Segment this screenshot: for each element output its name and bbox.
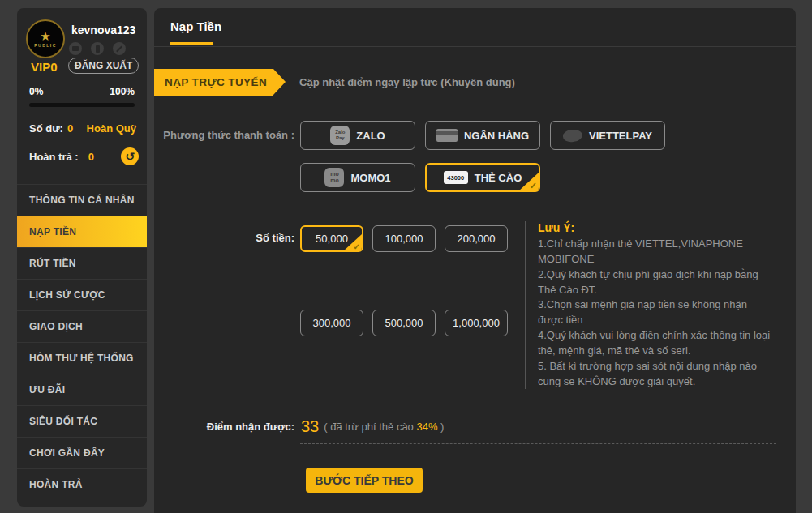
points-value: 33 [301,417,319,436]
sidebar-item-hoan-tra[interactable]: HOÀN TRẢ [17,468,147,500]
id-card-icon[interactable] [69,42,82,55]
payment-method-label: Phương thức thanh toán : [154,121,294,205]
amount-option-200000[interactable]: 200,000 [445,225,508,252]
main-header: Nạp Tiền [154,8,796,47]
vip-progress-labels: 0% 100% [29,86,135,97]
amount-option-300000[interactable]: 300,000 [300,310,363,336]
points-row: Điểm nhận được: 33 ( đã trừ phí thẻ cào … [154,417,444,436]
sidebar-item-nap-tien[interactable]: NẠP TIỀN [17,216,147,247]
points-note: ( đã trừ phí thẻ cào 34% ) [324,421,444,433]
avatar[interactable]: ★ PUBLIC [26,19,65,58]
note-item: 3.Chọn sai mệnh giá nạp tiền sẽ không nh… [538,297,772,328]
logout-button[interactable]: ĐĂNG XUẤT [68,58,139,74]
momo-icon: mo mo [324,168,344,187]
online-deposit-banner[interactable]: NẠP TRỰC TUYẾN [154,69,273,96]
balance-row: Số dư: 0 Hoàn Quỹ [29,122,136,135]
tab-nap-tien[interactable]: Nạp Tiền [170,19,221,33]
edit-icon[interactable] [113,42,126,55]
amount-option-50000[interactable]: 50,000 ✓ [300,225,363,252]
balance-value: 0 [67,122,73,135]
avatar-label: PUBLIC [34,43,57,48]
progress-start-label: 0% [29,86,43,97]
sidebar-item-giao-dich[interactable]: GIAO DỊCH [17,310,147,342]
sidebar-menu: THÔNG TIN CÁ NHÂN NẠP TIỀN RÚT TIỀN LỊCH… [17,184,147,500]
note-item: 1.Chỉ chấp nhận thẻ VIETTEL,VINAPHONE MO… [538,237,772,267]
sidebar-item-rut-tien[interactable]: RÚT TIỀN [17,247,147,279]
sidebar: ★ PUBLIC kevnova123 VIP0 ĐĂNG XUẤT 0% 10… [17,8,147,507]
rebate-row: Hoàn trả : 0 ↺ [29,147,139,165]
payment-methods: Zalo Pay ZALO NGÂN HÀNG VIETTELPAY mo mo… [300,121,681,205]
tab-active-indicator [170,42,213,45]
main-panel: Nạp Tiền NẠP TRỰC TUYẾN Cập nhật điểm ng… [154,8,796,513]
notes-title: Lưu Ý: [538,221,772,234]
rebate-label: Hoàn trả : [29,151,79,163]
bank-card-icon [436,129,458,142]
amount-row: Số tiền: 50,000 ✓ 100,000 200,000 300,00… [154,225,519,394]
sidebar-item-sieu-doi-tac[interactable]: SIÊU ĐỐI TÁC [17,405,147,437]
sidebar-item-uu-dai[interactable]: ƯU ĐÃI [17,374,147,405]
points-fee: 34% [416,421,437,433]
amount-value: 200,000 [458,233,496,245]
deposit-page: ★ PUBLIC kevnova123 VIP0 ĐĂNG XUẤT 0% 10… [0,0,812,513]
amount-option-500000[interactable]: 500,000 [372,310,436,336]
deposit-type-row: NẠP TRỰC TUYẾN Cập nhật điểm ngay lập tứ… [154,69,515,96]
points-note-suffix: ) [438,421,445,433]
amount-option-100000[interactable]: 100,000 [372,225,436,252]
amount-value: 1,000,000 [453,317,500,329]
vip-progress-bar [29,103,135,107]
payment-method-row: Phương thức thanh toán : Zalo Pay ZALO N… [154,121,681,205]
points-note-prefix: ( đã trừ phí thẻ cào [324,421,416,433]
star-icon: ★ [40,31,50,42]
username: kevnova123 [71,24,135,36]
amount-option-1000000[interactable]: 1,000,000 [445,310,508,336]
selected-check-icon: ✓ [530,181,537,191]
note-item: 2.Quý khách tự chịu phí giao dịch khi nạ… [538,267,772,298]
refresh-icon[interactable]: ↺ [121,147,139,165]
payment-method-label: VIETTELPAY [589,130,652,142]
amount-value: 500,000 [385,317,423,329]
note-item: 5. Bất kì trường hợp sai sót nội dung nh… [538,359,772,390]
divider [300,203,776,203]
balance-label: Số dư: [29,122,63,135]
payment-method-label: THẺ CÀO [475,172,522,184]
payment-method-label: MOMO1 [350,172,390,184]
phone-icon[interactable] [91,42,104,55]
payment-method-the-cao[interactable]: 43000 THẺ CÀO ✓ [425,163,540,192]
notes-panel: Lưu Ý: 1.Chỉ chấp nhận thẻ VIETTEL,VINAP… [525,221,772,389]
amount-value: 100,000 [385,233,423,245]
vip-badge: VIP0 [31,60,58,74]
amount-options: 50,000 ✓ 100,000 200,000 300,000 500,000 [300,225,519,394]
payment-method-label: NGÂN HÀNG [464,130,529,142]
refund-fund-link[interactable]: Hoàn Quỹ [87,122,136,135]
points-label: Điểm nhận được: [154,421,294,433]
next-step-button[interactable]: BƯỚC TIẾP THEO [306,468,423,493]
payment-method-label: ZALO [356,130,385,142]
payment-method-zalo[interactable]: Zalo Pay ZALO [300,121,415,150]
profile-icons [69,42,126,55]
payment-method-momo1[interactable]: mo mo MOMO1 [300,163,415,192]
divider [300,443,776,444]
sidebar-item-choi-gan-day[interactable]: CHƠI GẦN ĐÂY [17,437,147,468]
payment-method-ngan-hang[interactable]: NGÂN HÀNG [425,121,540,150]
rebate-value: 0 [88,151,94,163]
payment-method-viettelpay[interactable]: VIETTELPAY [550,121,665,150]
sidebar-item-thong-tin-ca-nhan[interactable]: THÔNG TIN CÁ NHÂN [17,184,147,216]
note-item: 4.Quý khách vui lòng điền chính xác thôn… [538,328,772,359]
sidebar-item-lich-su-cuoc[interactable]: LỊCH SỬ CƯỢC [17,279,147,310]
selected-check-icon: ✓ [354,242,360,251]
sidebar-item-hom-thu-he-thong[interactable]: HÒM THƯ HỆ THỐNG [17,342,147,374]
amount-value: 300,000 [313,317,351,329]
phone-card-icon: 43000 [444,171,468,184]
amount-label: Số tiền: [154,225,294,394]
zalopay-icon: Zalo Pay [330,126,350,145]
progress-end-label: 100% [110,86,135,97]
viettelpay-icon [562,128,583,143]
banner-note: Cập nhật điểm ngay lập tức (Khuyên dùng) [299,76,515,88]
